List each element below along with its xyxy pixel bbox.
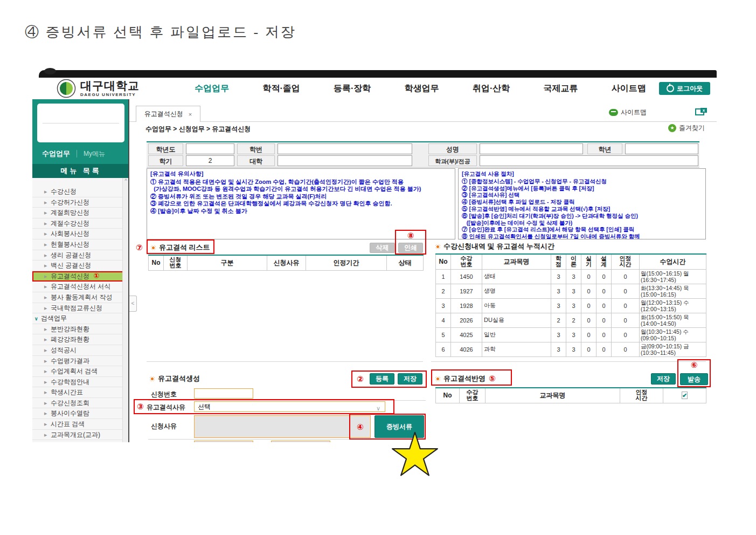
- apply-save-button[interactable]: 저장: [651, 373, 676, 385]
- period-end-input[interactable]: [271, 441, 330, 442]
- divider: [77, 150, 77, 157]
- annotation-1: ①: [93, 272, 99, 280]
- year-input[interactable]: [186, 143, 234, 154]
- university-logo[interactable]: 대구대학교 DAEGU UNIVERSITY: [57, 79, 140, 98]
- name-input[interactable]: [480, 143, 583, 154]
- cell: 월(15:00~16:15) 월(16:30~17:45): [640, 269, 706, 284]
- menu-item[interactable]: 수강학점안내: [32, 377, 129, 388]
- cell: 0: [597, 342, 612, 356]
- sitemap-button[interactable]: 사이트맵: [609, 108, 647, 117]
- app-window: 대구대학교 DAEGU UNIVERSITY 수업업무 학적·졸업 등록·장학 …: [32, 70, 717, 442]
- cell: 아동: [482, 298, 551, 313]
- notice-line: ([발송]이후에는 데이터 수정 및 삭제 불가): [462, 220, 702, 227]
- menu-item[interactable]: 수강신청조회: [32, 398, 129, 409]
- sidebar-collapse-handle[interactable]: <: [129, 296, 137, 312]
- send-button[interactable]: 발송: [680, 373, 708, 385]
- period-label: 인정기간: [151, 441, 177, 442]
- create-save-button[interactable]: 저장: [398, 373, 422, 385]
- cell: 일반: [482, 327, 551, 342]
- menu-item[interactable]: 분반강좌현황: [32, 324, 129, 335]
- table-row[interactable]: 5 4025 일반 3 3 0 0 0 월(10:30~11:45) 수(09:…: [436, 327, 706, 342]
- university-name-en: DAEGU UNIVERSITY: [80, 93, 140, 97]
- studentno-input[interactable]: [278, 143, 412, 154]
- cell: 1927: [451, 284, 482, 298]
- nav-item-career[interactable]: 취업·산학: [473, 83, 510, 94]
- table-row[interactable]: 4 2026 DU실용 2 2 0 0 0 화(15:00~15:50) 목(1…: [436, 313, 706, 327]
- menu-item[interactable]: 성적공시: [32, 345, 129, 356]
- menu-item[interactable]: 헌혈봉사신청: [32, 239, 129, 250]
- semester-input[interactable]: 2: [186, 155, 234, 166]
- bullet-icon: [435, 376, 440, 381]
- cell: 1450: [451, 269, 482, 284]
- col-select: ✔: [663, 388, 706, 403]
- sidebar-tab-classwork[interactable]: 수업업무: [42, 149, 70, 159]
- nav-item-records[interactable]: 학적·졸업: [262, 83, 300, 94]
- cell: 3: [551, 342, 566, 356]
- nav-item-student[interactable]: 학생업무: [405, 83, 439, 94]
- dept-input[interactable]: [480, 155, 698, 166]
- window-ornament: [44, 68, 56, 74]
- power-icon: [667, 85, 674, 92]
- menu-item[interactable]: 취업전자출결: [32, 440, 129, 442]
- cell: 0: [612, 269, 640, 284]
- save-label: 저장: [404, 374, 417, 383]
- register-button[interactable]: 등록: [370, 373, 394, 385]
- enrollment-title-label: 수강신청내역 및 유고결석 누적시간: [443, 242, 554, 251]
- menu-item[interactable]: 수업평가결과: [32, 356, 129, 367]
- cell: 4: [436, 313, 451, 327]
- menu-item[interactable]: 수강신청: [32, 187, 129, 197]
- sidebar-tab-mymenu[interactable]: My메뉴: [84, 149, 105, 159]
- menu-item[interactable]: 생리 공결신청: [32, 250, 129, 261]
- reason-select[interactable]: 선택 ∨: [194, 401, 385, 412]
- menu-item[interactable]: 국내학점교류신청: [32, 303, 129, 314]
- menu-item[interactable]: 계절희망신청: [32, 208, 129, 218]
- period-start-input[interactable]: [194, 441, 253, 442]
- logout-button[interactable]: 로그아웃: [659, 82, 710, 95]
- menu-item[interactable]: 학생시간표: [32, 387, 129, 398]
- menu-item[interactable]: 폐강강좌현황: [32, 334, 129, 345]
- menu-item[interactable]: 교과목개요(교과): [32, 430, 129, 441]
- nav-item-international[interactable]: 국제교류: [544, 83, 578, 94]
- scroll-up-icon[interactable]: ^: [124, 178, 127, 183]
- print-button[interactable]: 인쇄: [398, 243, 423, 253]
- table-row[interactable]: 3 1928 아동 3 3 0 0 0 월(12:00~13:15) 수(12:…: [436, 298, 706, 313]
- table-row[interactable]: 2 1927 생명 3 3 0 0 0 화(13:30~14:45) 목(15:…: [436, 284, 706, 298]
- menu-item[interactable]: 봉사이수열람: [32, 408, 129, 419]
- menu-item[interactable]: 시간표 검색: [32, 419, 129, 430]
- menu-item[interactable]: 수강허가신청: [32, 197, 129, 208]
- cell: DU실용: [482, 313, 551, 327]
- tab-excused-absence[interactable]: 유고결석신청 ×: [136, 106, 200, 122]
- cell: 0: [612, 327, 640, 342]
- cell: 4025: [451, 327, 482, 342]
- cell: 과학: [482, 342, 551, 356]
- menu-item-excused-absence-active[interactable]: 유고결석신청 ①: [32, 271, 129, 282]
- divider: [43, 123, 119, 124]
- table-row[interactable]: 6 4026 과학 3 3 0 0 0 금(09:00~10:15) 금(10:…: [436, 342, 706, 356]
- college-input[interactable]: [278, 155, 412, 166]
- detail-reason-textarea[interactable]: [194, 415, 371, 438]
- cell: 0: [612, 298, 640, 313]
- close-icon[interactable]: ×: [189, 111, 192, 118]
- cell: 1: [436, 269, 451, 284]
- favorite-button[interactable]: ★ 즐겨찾기: [668, 124, 705, 133]
- grade-input[interactable]: [625, 143, 698, 154]
- appno-input[interactable]: [194, 388, 253, 399]
- menu-item[interactable]: 백신 공결신청: [32, 260, 129, 271]
- menu-item[interactable]: 사회봉사신청: [32, 229, 129, 239]
- col-status: 상태: [387, 255, 424, 270]
- sidebar-menu: 수강신청 수강허가신청 계절희망신청 계절수강신청 사회봉사신청 헌혈봉사신청 …: [32, 178, 129, 442]
- nav-item-registration[interactable]: 등록·장학: [334, 83, 371, 94]
- select-all-checkbox[interactable]: ✔: [682, 392, 688, 399]
- nav-item-classwork[interactable]: 수업업무: [195, 83, 229, 94]
- top-nav: 수업업무 학적·졸업 등록·장학 학생업무 취업·산학 국제교류 사이트맵: [178, 78, 663, 99]
- delete-button[interactable]: 삭제: [370, 243, 395, 253]
- menu-item[interactable]: 수업계획서 검색: [32, 366, 129, 377]
- menu-item[interactable]: 계절수강신청: [32, 218, 129, 229]
- menu-item[interactable]: 봉사 활동계획서 작성: [32, 292, 129, 303]
- menu-item[interactable]: 유고결석신청서 서식: [32, 282, 129, 292]
- studentno-label: 학번: [237, 143, 275, 154]
- nav-item-sitemap[interactable]: 사이트맵: [612, 83, 646, 94]
- close-all-windows-icon[interactable]: x: [695, 108, 707, 115]
- menu-category-search[interactable]: 검색업무: [32, 313, 129, 324]
- table-row[interactable]: 1 1450 생태 3 3 0 0 0 월(15:00~16:15) 월(16:…: [436, 269, 706, 284]
